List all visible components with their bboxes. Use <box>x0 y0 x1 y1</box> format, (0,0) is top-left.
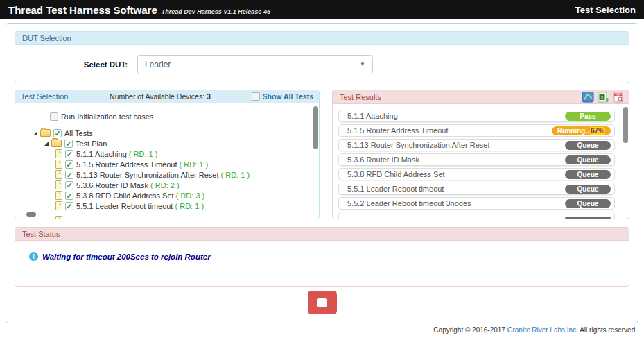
status-badge: Queue <box>565 185 611 194</box>
test-results-panel: Test Results X PDF 5.1 <box>332 90 629 219</box>
result-row[interactable]: 5.1.1 Attaching Pass <box>338 110 615 122</box>
tree-item-test[interactable]: ✓ 5.1.1 Attaching ( RD: 1 ) <box>55 149 319 159</box>
stop-icon <box>317 298 327 307</box>
test-status-header: Test Status <box>15 228 629 241</box>
result-test-name: 5.3.6 Router ID Mask <box>347 155 419 164</box>
pdf-export-icon[interactable]: PDF <box>613 92 625 103</box>
file-icon <box>55 180 62 189</box>
progress-percent: 67% <box>590 127 605 135</box>
tree-checkbox[interactable]: ✓ <box>65 202 73 210</box>
result-test-name: 5.1.13 Router Synchronization After Rese… <box>347 141 489 149</box>
page-title: Test Selection <box>575 5 636 15</box>
run-init-label: Run Initialization test cases <box>61 112 153 121</box>
app-title: Thread Test Harness Software <box>8 4 157 16</box>
dut-select[interactable]: Leader ▼ <box>137 55 373 74</box>
test-selection-title: Test Selection <box>21 92 68 101</box>
folder-icon <box>51 140 62 147</box>
status-badge: Queue <box>565 141 611 150</box>
select-dut-label: Select DUT: <box>15 60 128 69</box>
show-all-tests-toggle[interactable]: Show All Tests <box>252 92 313 101</box>
tree-checkbox[interactable]: ✓ <box>65 160 73 169</box>
tree-checkbox[interactable]: ✓ <box>65 181 73 189</box>
status-message: Waiting for timeout 200Secs to rejoin Ro… <box>42 253 211 261</box>
dut-selection-panel: DUT Selection Select DUT: Leader ▼ <box>15 31 629 83</box>
tree-vertical-scrollbar[interactable] <box>313 105 318 217</box>
result-test-name: 5.1.1 Attaching <box>347 112 398 120</box>
result-test-name: 5.5.1 Leader Reboot timeout <box>347 185 444 193</box>
result-test-name: 5.3.8 RFD Child Address Set <box>347 170 445 178</box>
chevron-down-icon: ▼ <box>360 61 365 67</box>
run-init-option[interactable]: Run Initialization test cases <box>50 112 319 121</box>
tree-item-test[interactable]: ✓ 5.1.13 Router Synchronization After Re… <box>55 169 319 180</box>
file-icon <box>55 160 62 169</box>
result-row[interactable]: 5.5.1 Leader Reboot timeout Queue <box>338 183 615 195</box>
show-all-tests-checkbox[interactable] <box>252 92 260 101</box>
tree-checkbox[interactable]: ✓ <box>65 150 73 158</box>
tree-horizontal-scrollbar[interactable] <box>26 212 36 217</box>
scrollbar-thumb[interactable] <box>623 107 628 143</box>
expand-arrow-icon[interactable] <box>33 131 37 135</box>
result-row[interactable]: 5.1.5 Router Address Timeout Running..67… <box>338 124 615 137</box>
test-tree: Run Initialization test cases ✓ All Test… <box>15 103 319 219</box>
company-link[interactable]: Granite River Labs Inc <box>507 326 577 334</box>
file-icon <box>55 191 62 200</box>
results-vertical-scrollbar[interactable] <box>623 105 628 217</box>
tree-test-list: ✓ 5.1.1 Attaching ( RD: 1 ) ✓ 5.1.5 Rout… <box>15 149 319 211</box>
test-selection-panel: Test Selection Number of Available Devic… <box>15 90 320 219</box>
copyright: Copyright © 2016-2017 Granite River Labs… <box>0 323 644 334</box>
available-devices-label: Number of Available Devices: 3 <box>110 92 211 101</box>
available-devices-count: 3 <box>207 92 211 101</box>
info-icon: i <box>29 252 38 261</box>
result-row[interactable]: 5.3.8 RFD Child Address Set Queue <box>338 168 615 180</box>
main-container: DUT Selection Select DUT: Leader ▼ Test … <box>6 23 638 323</box>
status-badge: Running..67% <box>552 126 611 135</box>
app-version: Thread Dev Harness V1.1 Release 46 <box>162 8 270 15</box>
status-badge: Queue <box>565 170 611 179</box>
run-init-checkbox[interactable] <box>50 112 58 121</box>
svg-text:PDF: PDF <box>616 93 620 96</box>
excel-export-icon[interactable]: X <box>598 92 609 103</box>
file-icon <box>55 201 62 210</box>
status-badge: Pass <box>565 112 611 121</box>
tree-item-test[interactable]: ✓ 5.1.5 Router Address Timeout ( RD: 1 ) <box>55 159 319 169</box>
tree-item-test[interactable]: ✓ 5.5.1 Leader Reboot timeout ( RD: 1 ) <box>55 201 319 211</box>
folder-icon <box>40 129 51 137</box>
tree-checkbox[interactable]: ✓ <box>65 171 73 179</box>
tree-checkbox[interactable]: ✓ <box>65 192 73 200</box>
status-badge: Queue <box>565 199 611 208</box>
file-icon <box>55 149 62 158</box>
tree-checkbox[interactable]: ✓ <box>53 129 62 137</box>
test-status-panel: Test Status i Waiting for timeout 200Sec… <box>15 227 629 287</box>
status-badge <box>565 217 611 219</box>
status-badge: Queue <box>565 155 611 164</box>
test-results-title: Test Results <box>340 93 381 101</box>
tree-checkbox[interactable]: ✓ <box>64 140 73 148</box>
scrollbar-thumb[interactable] <box>313 106 318 149</box>
stop-button[interactable] <box>308 291 337 314</box>
tree-item-all-tests[interactable]: ✓ All Tests <box>33 128 319 138</box>
result-row[interactable]: 5.5.2 Leader Reboot timeout 3nodes Queue <box>338 197 615 210</box>
tree-item-test-plan[interactable]: ✓ Test Plan <box>44 138 319 149</box>
chart-icon[interactable] <box>582 92 594 103</box>
file-icon <box>55 170 62 179</box>
dut-select-value: Leader <box>145 60 171 69</box>
expand-arrow-icon[interactable] <box>44 142 49 146</box>
results-list: 5.1.1 Attaching Pass 5.1.5 Router Addres… <box>333 104 629 219</box>
result-test-name: 5.1.5 Router Address Timeout <box>347 126 449 135</box>
app-header: Thread Test Harness Software Thread Dev … <box>0 0 644 19</box>
tree-item-test[interactable]: ✓ 5.3.8 RFD Child Address Set ( RD: 3 ) <box>55 190 319 201</box>
result-test-name: 5.5.2 Leader Reboot timeout 3nodes <box>347 199 471 208</box>
show-all-tests-label: Show All Tests <box>262 92 313 101</box>
result-row[interactable]: 5.3.6 Router ID Mask Queue <box>338 153 615 166</box>
svg-text:X: X <box>600 94 604 99</box>
dut-selection-header: DUT Selection <box>15 32 629 45</box>
result-row[interactable]: 5.1.13 Router Synchronization After Rese… <box>338 139 615 151</box>
tree-item-test[interactable]: ✓ 5.3.6 Router ID Mask ( RD: 2 ) <box>55 180 319 190</box>
file-icon <box>55 216 62 219</box>
result-row-partial[interactable] <box>338 212 615 219</box>
